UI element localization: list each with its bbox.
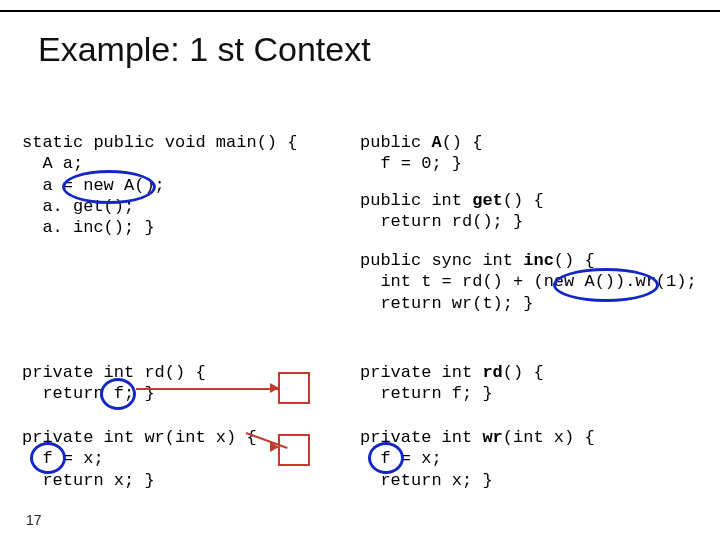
arrowhead-rd (270, 383, 279, 393)
arrowhead-wr (270, 442, 279, 452)
code-ctor: public A() { f = 0; } (360, 132, 482, 175)
code-rd-right: private int rd() { return f; } (360, 362, 544, 405)
ellipse-f-rd (100, 378, 136, 410)
code-get: public int get() { return rd(); } (360, 190, 544, 233)
page-number: 17 (26, 512, 42, 528)
slide: Example: 1 st Context static public void… (0, 10, 720, 540)
slide-title: Example: 1 st Context (38, 30, 720, 69)
ellipse-f-wr (30, 442, 66, 474)
arrow-rd (136, 388, 278, 390)
ellipse-f-wr-right (368, 442, 404, 474)
box-wr (278, 434, 310, 466)
ellipse-new-a-left (62, 170, 156, 204)
ellipse-new-a-right (553, 268, 659, 302)
box-rd (278, 372, 310, 404)
